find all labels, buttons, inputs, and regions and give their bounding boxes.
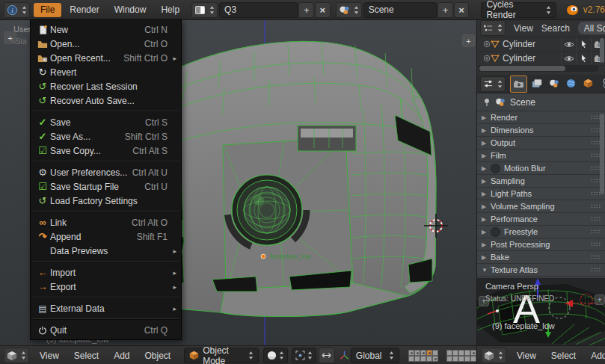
panel-volume-sampling[interactable]: ▶Volume Sampling∷∷ <box>477 200 605 213</box>
layer-cell[interactable] <box>452 356 458 362</box>
file-menu-item-load-factory-settings[interactable]: ↺Load Factory Settings <box>31 194 181 208</box>
file-menu-item-user-preferences[interactable]: ⚙User Preferences...Ctrl Alt U <box>31 165 181 179</box>
viewport-editor-type-button[interactable] <box>4 348 29 363</box>
file-menu-item-recover-last-session[interactable]: ↺Recover Last Session <box>31 79 181 93</box>
delete-scene-button[interactable]: × <box>454 2 470 18</box>
layer-cell[interactable] <box>432 356 438 362</box>
layer-cell[interactable] <box>420 350 426 356</box>
file-menu-item-quit[interactable]: QuitCtrl Q <box>31 323 181 337</box>
outliner-row[interactable]: Cylinder <box>477 52 605 66</box>
outliner-row[interactable]: Cylinder <box>477 37 605 52</box>
file-menu-item-external-data[interactable]: ▤External Data▸ <box>31 301 181 315</box>
outliner-editor-type-button[interactable] <box>480 20 506 36</box>
layer-cell[interactable] <box>452 350 458 356</box>
panel-checkbox[interactable] <box>491 164 500 173</box>
object-tab-icon[interactable] <box>580 75 596 91</box>
viewport-shading-select[interactable] <box>263 348 288 363</box>
selectability-cursor-icon[interactable] <box>576 37 591 51</box>
file-menu-item-export[interactable]: →Export▸ <box>31 280 181 294</box>
expand-icon[interactable] <box>483 55 491 62</box>
properties-editor-type-button[interactable] <box>480 76 506 92</box>
layer-cell[interactable] <box>408 350 414 356</box>
layer-cell[interactable] <box>414 356 420 362</box>
file-menu-item-save-as[interactable]: ✓Save As...Shift Ctrl S <box>31 129 181 144</box>
manipulator-toggle[interactable] <box>319 348 335 363</box>
layer-cell[interactable] <box>464 356 470 362</box>
screen-layout-browse-button[interactable] <box>191 2 218 18</box>
menu-object[interactable]: Object <box>138 348 178 363</box>
menu-window[interactable]: Window <box>108 3 153 17</box>
file-menu-item-save-copy[interactable]: ☑Save Copy...Ctrl Alt S <box>31 144 181 158</box>
file-menu-item-recover-auto-save[interactable]: ↺Recover Auto Save... <box>31 93 181 108</box>
delete-screen-layout-button[interactable]: × <box>315 2 331 18</box>
menu-help[interactable]: Help <box>154 3 186 17</box>
menu-file[interactable]: File <box>34 3 61 17</box>
layer-cell[interactable] <box>470 350 476 356</box>
mini-menu-view[interactable]: View <box>510 348 543 363</box>
menu-render[interactable]: Render <box>63 3 105 17</box>
file-menu-item-save[interactable]: ✓SaveCtrl S <box>31 115 181 129</box>
mini-expand-right-button[interactable]: + <box>595 294 605 305</box>
panel-sampling[interactable]: ▶Sampling∷∷ <box>477 175 605 188</box>
transform-orientation-select[interactable]: Global <box>351 348 399 363</box>
panel-texture-atlas[interactable]: ▼Texture Atlas∷∷ <box>477 264 605 277</box>
camera-preview-viewport[interactable]: Camera Persp Status: UNDEFINED A (9) fac… <box>476 278 605 345</box>
scene-name-field[interactable]: Scene <box>363 2 437 18</box>
panel-checkbox[interactable] <box>491 227 500 237</box>
pin-icon[interactable] <box>483 98 491 107</box>
editor-type-button[interactable]: i <box>4 2 30 18</box>
file-menu-item-open[interactable]: Open...Ctrl O <box>31 37 181 51</box>
scene-tab-icon[interactable] <box>546 75 562 91</box>
panel-light-paths[interactable]: ▶Light Paths∷∷ <box>477 188 605 200</box>
constraints-tab-icon[interactable] <box>598 75 605 91</box>
outliner-horizontal-scrollbar[interactable] <box>478 65 598 72</box>
layer-cell[interactable] <box>446 350 452 356</box>
panel-render[interactable]: ▶Render∷∷ <box>477 111 605 124</box>
menu-add[interactable]: Add <box>107 348 136 363</box>
visibility-eye-icon[interactable] <box>561 37 576 51</box>
camera-viewport-editor-type-button[interactable] <box>481 348 506 363</box>
scene-browse-button[interactable] <box>336 2 362 18</box>
render-engine-select[interactable]: Cycles Render <box>481 2 556 18</box>
expand-icon[interactable] <box>483 40 491 48</box>
expand-properties-region-button[interactable]: + <box>462 34 475 47</box>
layer-cell[interactable] <box>420 356 426 362</box>
outliner-menu-view[interactable]: View <box>514 23 533 34</box>
properties-vertical-scrollbar[interactable] <box>600 114 604 194</box>
layer-cell[interactable] <box>414 350 420 356</box>
panel-post-processing[interactable]: ▶Post Processing∷∷ <box>477 238 605 251</box>
menu-view[interactable]: View <box>33 348 66 363</box>
file-menu-item-data-previews[interactable]: Data Previews▸ <box>31 244 181 258</box>
layer-cell[interactable] <box>432 350 438 356</box>
panel-performance[interactable]: ▶Performance∷∷ <box>477 213 605 226</box>
layer-cell[interactable] <box>426 356 432 362</box>
selectability-cursor-icon[interactable] <box>576 52 591 65</box>
world-tab-icon[interactable] <box>563 75 579 91</box>
visibility-eye-icon[interactable] <box>561 52 576 65</box>
outliner-hscroll-handle[interactable] <box>479 66 565 71</box>
mini-menu-add[interactable]: Add <box>584 348 605 363</box>
render-layers-tab-icon[interactable] <box>529 75 544 91</box>
outliner-menu-search[interactable]: Search <box>541 23 570 34</box>
add-scene-button[interactable]: + <box>437 2 453 18</box>
layer-cell[interactable] <box>458 356 464 362</box>
outliner-vertical-scrollbar[interactable] <box>600 38 604 63</box>
layer-cell[interactable] <box>408 356 414 362</box>
panel-freestyle[interactable]: ▶Freestyle∷∷ <box>477 226 605 238</box>
layer-cell[interactable] <box>470 356 476 362</box>
file-menu-item-open-recent[interactable]: Open Recent...Shift Ctrl O▸ <box>31 51 181 65</box>
render-tab-icon[interactable] <box>510 75 527 93</box>
screen-layout-name-field[interactable]: Q3 <box>219 2 298 18</box>
file-menu-item-revert[interactable]: ↻Revert <box>31 65 181 79</box>
expand-toolshelf-button[interactable]: + <box>4 31 16 44</box>
menu-select[interactable]: Select <box>67 348 105 363</box>
panel-output[interactable]: ▶Output∷∷ <box>477 137 605 149</box>
display-filter-button[interactable]: All Scenes <box>577 21 605 35</box>
layer-cell[interactable] <box>464 350 470 356</box>
file-menu-item-new[interactable]: NewCtrl N <box>31 22 181 37</box>
panel-film[interactable]: ▶Film∷∷ <box>477 149 605 162</box>
mode-select[interactable]: Object Mode <box>184 348 259 363</box>
panel-dimensions[interactable]: ▶Dimensions∷∷ <box>477 124 605 137</box>
file-menu-item-link[interactable]: ∞LinkCtrl Alt O <box>31 215 181 229</box>
layer-cell[interactable] <box>446 356 452 362</box>
